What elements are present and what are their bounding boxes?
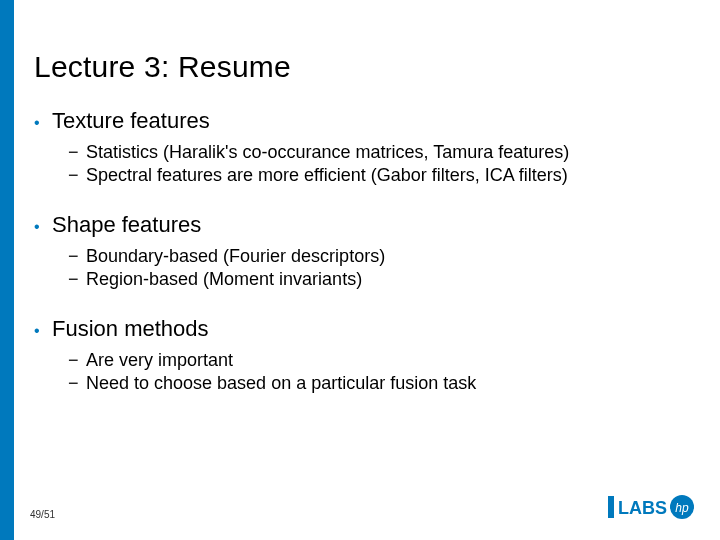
bullet-list: • Texture features −Statistics (Haralik'… — [34, 108, 690, 394]
list-item: • Texture features −Statistics (Haralik'… — [34, 108, 690, 186]
bullet-icon: • — [34, 219, 52, 235]
logo-text: LABS — [618, 498, 667, 518]
slide-content: Lecture 3: Resume • Texture features −St… — [34, 50, 690, 420]
sub-list-item: −Region-based (Moment invariants) — [68, 269, 690, 290]
sub-list-item: −Statistics (Haralik's co-occurance matr… — [68, 142, 690, 163]
sub-item-text: Need to choose based on a particular fus… — [86, 373, 476, 394]
sub-list: −Boundary-based (Fourier descriptors) −R… — [68, 246, 690, 290]
list-item-label: Texture features — [52, 108, 210, 134]
sub-list-item: −Spectral features are more efficient (G… — [68, 165, 690, 186]
sub-list-item: −Need to choose based on a particular fu… — [68, 373, 690, 394]
sub-list: −Are very important −Need to choose base… — [68, 350, 690, 394]
dash-icon: − — [68, 142, 86, 163]
labs-hp-logo: LABS hp — [608, 492, 696, 526]
sub-item-text: Region-based (Moment invariants) — [86, 269, 362, 290]
sub-item-text: Boundary-based (Fourier descriptors) — [86, 246, 385, 267]
sub-list-item: −Are very important — [68, 350, 690, 371]
logo-brand: hp — [675, 501, 689, 515]
dash-icon: − — [68, 269, 86, 290]
list-item: • Fusion methods −Are very important −Ne… — [34, 316, 690, 394]
list-item-label: Fusion methods — [52, 316, 209, 342]
list-item-label: Shape features — [52, 212, 201, 238]
sub-item-text: Statistics (Haralik's co-occurance matri… — [86, 142, 569, 163]
bullet-icon: • — [34, 115, 52, 131]
dash-icon: − — [68, 246, 86, 267]
sub-item-text: Spectral features are more efficient (Ga… — [86, 165, 568, 186]
dash-icon: − — [68, 350, 86, 371]
dash-icon: − — [68, 373, 86, 394]
sub-item-text: Are very important — [86, 350, 233, 371]
page-number: 49/51 — [30, 509, 55, 520]
sub-list: −Statistics (Haralik's co-occurance matr… — [68, 142, 690, 186]
bullet-icon: • — [34, 323, 52, 339]
slide: Lecture 3: Resume • Texture features −St… — [0, 0, 720, 540]
list-item: • Shape features −Boundary-based (Fourie… — [34, 212, 690, 290]
sub-list-item: −Boundary-based (Fourier descriptors) — [68, 246, 690, 267]
slide-title: Lecture 3: Resume — [34, 50, 690, 84]
dash-icon: − — [68, 165, 86, 186]
accent-sidebar — [0, 0, 14, 540]
